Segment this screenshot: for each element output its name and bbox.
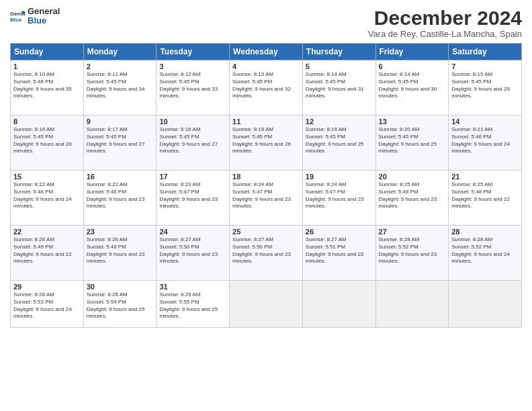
day-number: 8 bbox=[13, 118, 81, 126]
day-number: 31 bbox=[159, 283, 226, 291]
day-info: Sunrise: 8:21 AMSunset: 5:46 PMDaylight:… bbox=[451, 126, 519, 155]
day-number: 26 bbox=[306, 228, 373, 236]
table-row: 25 Sunrise: 8:27 AMSunset: 5:50 PMDaylig… bbox=[230, 226, 303, 281]
day-info: Sunrise: 8:27 AMSunset: 5:50 PMDaylight:… bbox=[159, 236, 226, 265]
day-number: 4 bbox=[232, 62, 300, 71]
table-row: 13 Sunrise: 8:20 AMSunset: 5:45 PMDaylig… bbox=[375, 116, 449, 171]
day-info: Sunrise: 8:11 AMSunset: 5:45 PMDaylight:… bbox=[87, 71, 154, 100]
table-row: 12 Sunrise: 8:19 AMSunset: 5:45 PMDaylig… bbox=[302, 116, 375, 171]
day-info: Sunrise: 8:13 AMSunset: 5:45 PMDaylight:… bbox=[232, 71, 300, 100]
logo: General Blue General Blue bbox=[10, 7, 60, 26]
table-row: 30 Sunrise: 8:28 AMSunset: 5:54 PMDaylig… bbox=[83, 281, 157, 328]
day-number: 1 bbox=[13, 62, 81, 71]
table-row bbox=[449, 281, 522, 328]
header-row: Sunday Monday Tuesday Wednesday Thursday… bbox=[11, 44, 522, 60]
table-row: 8 Sunrise: 8:16 AMSunset: 5:45 PMDayligh… bbox=[11, 116, 84, 171]
day-info: Sunrise: 8:19 AMSunset: 5:45 PMDaylight:… bbox=[306, 126, 373, 155]
day-number: 5 bbox=[306, 62, 373, 71]
table-row: 2 Sunrise: 8:11 AMSunset: 5:45 PMDayligh… bbox=[83, 60, 157, 116]
day-number: 11 bbox=[232, 118, 300, 126]
day-info: Sunrise: 8:24 AMSunset: 5:47 PMDaylight:… bbox=[306, 181, 373, 210]
table-row: 15 Sunrise: 8:22 AMSunset: 5:46 PMDaylig… bbox=[11, 171, 84, 226]
day-number: 18 bbox=[232, 173, 300, 181]
table-row: 19 Sunrise: 8:24 AMSunset: 5:47 PMDaylig… bbox=[302, 171, 375, 226]
table-row: 20 Sunrise: 8:25 AMSunset: 5:48 PMDaylig… bbox=[375, 171, 449, 226]
day-number: 28 bbox=[451, 228, 519, 236]
day-number: 23 bbox=[87, 228, 154, 236]
day-info: Sunrise: 8:27 AMSunset: 5:50 PMDaylight:… bbox=[232, 236, 300, 265]
logo-icon: General Blue bbox=[10, 9, 25, 24]
table-row: 29 Sunrise: 8:28 AMSunset: 5:53 PMDaylig… bbox=[11, 281, 84, 328]
table-row: 18 Sunrise: 8:24 AMSunset: 5:47 PMDaylig… bbox=[230, 171, 303, 226]
col-friday: Friday bbox=[375, 44, 449, 60]
day-number: 17 bbox=[159, 173, 226, 181]
day-info: Sunrise: 8:22 AMSunset: 5:46 PMDaylight:… bbox=[13, 181, 81, 210]
day-info: Sunrise: 8:24 AMSunset: 5:47 PMDaylight:… bbox=[232, 181, 300, 210]
day-number: 16 bbox=[87, 173, 154, 181]
table-row: 6 Sunrise: 8:14 AMSunset: 5:45 PMDayligh… bbox=[375, 60, 449, 116]
day-info: Sunrise: 8:23 AMSunset: 5:47 PMDaylight:… bbox=[159, 181, 226, 210]
day-number: 27 bbox=[379, 228, 446, 236]
day-number: 15 bbox=[13, 173, 81, 181]
header: General Blue General Blue December 2024 … bbox=[10, 7, 522, 39]
table-row bbox=[302, 281, 375, 328]
day-info: Sunrise: 8:12 AMSunset: 5:45 PMDaylight:… bbox=[159, 71, 226, 100]
table-row bbox=[230, 281, 303, 328]
day-info: Sunrise: 8:20 AMSunset: 5:45 PMDaylight:… bbox=[379, 126, 446, 155]
day-info: Sunrise: 8:28 AMSunset: 5:54 PMDaylight:… bbox=[87, 291, 154, 320]
day-number: 25 bbox=[232, 228, 300, 236]
day-info: Sunrise: 8:28 AMSunset: 5:52 PMDaylight:… bbox=[451, 236, 519, 265]
day-number: 24 bbox=[159, 228, 226, 236]
day-info: Sunrise: 8:14 AMSunset: 5:45 PMDaylight:… bbox=[379, 71, 446, 100]
day-number: 6 bbox=[379, 62, 446, 71]
day-number: 20 bbox=[379, 173, 446, 181]
table-row: 21 Sunrise: 8:25 AMSunset: 5:48 PMDaylig… bbox=[449, 171, 522, 226]
table-row: 31 Sunrise: 8:29 AMSunset: 5:55 PMDaylig… bbox=[157, 281, 230, 328]
day-info: Sunrise: 8:19 AMSunset: 5:45 PMDaylight:… bbox=[232, 126, 300, 155]
logo-blue: Blue bbox=[28, 16, 60, 26]
day-info: Sunrise: 8:29 AMSunset: 5:55 PMDaylight:… bbox=[159, 291, 226, 320]
table-row: 7 Sunrise: 8:15 AMSunset: 5:45 PMDayligh… bbox=[449, 60, 522, 116]
day-info: Sunrise: 8:25 AMSunset: 5:48 PMDaylight:… bbox=[379, 181, 446, 210]
col-thursday: Thursday bbox=[302, 44, 375, 60]
day-number: 29 bbox=[13, 283, 81, 291]
calendar-page: General Blue General Blue December 2024 … bbox=[0, 0, 532, 411]
table-row: 11 Sunrise: 8:19 AMSunset: 5:45 PMDaylig… bbox=[230, 116, 303, 171]
calendar-table: Sunday Monday Tuesday Wednesday Thursday… bbox=[10, 43, 522, 328]
svg-text:Blue: Blue bbox=[10, 17, 22, 23]
table-row: 5 Sunrise: 8:14 AMSunset: 5:45 PMDayligh… bbox=[302, 60, 375, 116]
day-info: Sunrise: 8:15 AMSunset: 5:45 PMDaylight:… bbox=[451, 71, 519, 100]
day-info: Sunrise: 8:18 AMSunset: 5:45 PMDaylight:… bbox=[159, 126, 226, 155]
table-row: 22 Sunrise: 8:26 AMSunset: 5:49 PMDaylig… bbox=[11, 226, 84, 281]
table-row: 28 Sunrise: 8:28 AMSunset: 5:52 PMDaylig… bbox=[449, 226, 522, 281]
day-info: Sunrise: 8:17 AMSunset: 5:45 PMDaylight:… bbox=[87, 126, 154, 155]
table-row: 24 Sunrise: 8:27 AMSunset: 5:50 PMDaylig… bbox=[157, 226, 230, 281]
table-row: 17 Sunrise: 8:23 AMSunset: 5:47 PMDaylig… bbox=[157, 171, 230, 226]
day-info: Sunrise: 8:28 AMSunset: 5:52 PMDaylight:… bbox=[379, 236, 446, 265]
col-tuesday: Tuesday bbox=[157, 44, 230, 60]
table-row: 9 Sunrise: 8:17 AMSunset: 5:45 PMDayligh… bbox=[83, 116, 157, 171]
day-number: 22 bbox=[13, 228, 81, 236]
day-number: 3 bbox=[159, 62, 226, 71]
table-row: 14 Sunrise: 8:21 AMSunset: 5:46 PMDaylig… bbox=[449, 116, 522, 171]
day-info: Sunrise: 8:22 AMSunset: 5:46 PMDaylight:… bbox=[87, 181, 154, 210]
day-info: Sunrise: 8:27 AMSunset: 5:51 PMDaylight:… bbox=[306, 236, 373, 265]
day-number: 13 bbox=[379, 118, 446, 126]
col-saturday: Saturday bbox=[449, 44, 522, 60]
col-monday: Monday bbox=[83, 44, 157, 60]
day-number: 30 bbox=[87, 283, 154, 291]
day-number: 12 bbox=[306, 118, 373, 126]
table-row: 3 Sunrise: 8:12 AMSunset: 5:45 PMDayligh… bbox=[157, 60, 230, 116]
day-number: 19 bbox=[306, 173, 373, 181]
day-number: 7 bbox=[451, 62, 519, 71]
day-number: 10 bbox=[159, 118, 226, 126]
day-info: Sunrise: 8:25 AMSunset: 5:48 PMDaylight:… bbox=[451, 181, 519, 210]
table-row: 4 Sunrise: 8:13 AMSunset: 5:45 PMDayligh… bbox=[230, 60, 303, 116]
logo-general: General bbox=[28, 7, 60, 16]
day-info: Sunrise: 8:28 AMSunset: 5:53 PMDaylight:… bbox=[13, 291, 81, 320]
table-row: 26 Sunrise: 8:27 AMSunset: 5:51 PMDaylig… bbox=[302, 226, 375, 281]
day-number: 21 bbox=[451, 173, 519, 181]
day-info: Sunrise: 8:14 AMSunset: 5:45 PMDaylight:… bbox=[306, 71, 373, 100]
day-info: Sunrise: 8:26 AMSunset: 5:49 PMDaylight:… bbox=[87, 236, 154, 265]
table-row: 27 Sunrise: 8:28 AMSunset: 5:52 PMDaylig… bbox=[375, 226, 449, 281]
